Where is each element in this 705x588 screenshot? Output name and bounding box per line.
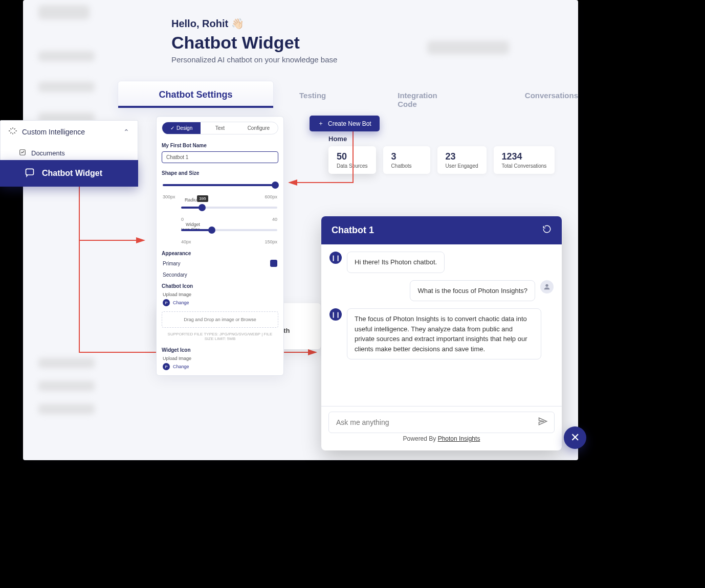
close-icon: ✕ bbox=[570, 431, 580, 444]
chatbot-window: Chatbot 1 ❙❙ Hi there! Its Photon chatbo… bbox=[321, 216, 562, 450]
send-icon[interactable] bbox=[538, 416, 548, 428]
create-new-bot-label: Create New Bot bbox=[328, 120, 371, 127]
radius-min: 0 bbox=[181, 217, 184, 222]
powered-by-prefix: Powered By bbox=[403, 435, 438, 442]
logo-dot-icon: P bbox=[163, 363, 170, 370]
settings-panel: ✓Design Text Configure My First Bot Name… bbox=[156, 116, 284, 376]
secondary-color-row[interactable]: Secondary bbox=[157, 269, 283, 280]
message-row: ❙❙ Hi there! Its Photon chatbot. bbox=[329, 252, 554, 273]
chat-input-area: Powered By Photon Insights bbox=[321, 406, 562, 450]
chevron-up-icon: ⌃ bbox=[123, 128, 129, 136]
powered-by-link[interactable]: Photon Insights bbox=[438, 435, 480, 442]
chat-header: Chatbot 1 bbox=[321, 216, 562, 244]
plus-icon: ＋ bbox=[318, 119, 324, 128]
close-chat-button[interactable]: ✕ bbox=[564, 426, 586, 449]
user-message: What is the focus of Photon Insights? bbox=[410, 280, 535, 302]
appearance-heading: Appearance bbox=[157, 247, 283, 257]
radius-slider[interactable]: Radius 395 bbox=[181, 202, 277, 214]
stat-label: Chatbots bbox=[391, 163, 422, 169]
message-row: What is the focus of Photon Insights? bbox=[329, 280, 554, 302]
icon-max: 150px bbox=[265, 239, 277, 244]
segment-text[interactable]: Text bbox=[201, 122, 239, 134]
bot-avatar-icon: ❙❙ bbox=[329, 308, 342, 321]
chat-icon bbox=[25, 167, 35, 179]
widget-icon-heading: Widget Icon bbox=[157, 344, 283, 354]
stat-card: 3 Chatbots bbox=[383, 146, 430, 174]
bot-message: The focus of Photon Insights is to conve… bbox=[347, 308, 541, 359]
chart-icon bbox=[19, 149, 26, 157]
nav-blur bbox=[38, 381, 95, 391]
secondary-color-label: Secondary bbox=[163, 272, 187, 278]
image-dropzone[interactable]: Drag and Drop an image or Browse bbox=[162, 311, 278, 328]
page-subtitle: Personalized AI chatbot on your knowledg… bbox=[171, 55, 337, 64]
chat-input[interactable] bbox=[335, 418, 538, 427]
width-slider[interactable] bbox=[163, 180, 277, 191]
icon-min: 40px bbox=[181, 239, 191, 244]
sidebar-section[interactable]: Custom Intelligence ⌃ bbox=[1, 121, 138, 143]
stat-value: 23 bbox=[446, 151, 478, 162]
stat-label: Total Conversations bbox=[502, 163, 547, 169]
bot-avatar-icon: ❙❙ bbox=[329, 252, 342, 264]
stat-value: 1234 bbox=[502, 151, 547, 162]
width-min: 300px bbox=[163, 194, 175, 199]
bot-name-label: My First Bot Name bbox=[157, 140, 283, 149]
stat-value: 50 bbox=[337, 151, 368, 162]
stat-card: 50 Data Sources bbox=[328, 146, 376, 174]
refresh-icon[interactable] bbox=[542, 224, 552, 236]
nav-blur bbox=[38, 358, 95, 368]
user-avatar-icon bbox=[540, 280, 554, 293]
sidebar-item-chatbot-widget[interactable]: Chatbot Widget bbox=[0, 160, 138, 187]
stat-label: Data Sources bbox=[337, 163, 368, 169]
message-row: ❙❙ The focus of Photon Insights is to co… bbox=[329, 308, 554, 359]
stat-card: 1234 Total Conversations bbox=[494, 146, 555, 174]
primary-color-row[interactable]: Primary bbox=[157, 257, 283, 269]
chat-footer: Powered By Photon Insights bbox=[328, 433, 555, 447]
change-button[interactable]: Change bbox=[173, 364, 189, 369]
header-blur bbox=[427, 41, 509, 54]
greeting-text: Hello, Rohit 👋🏻 bbox=[171, 17, 244, 30]
stat-label: User Engaged bbox=[446, 163, 478, 169]
segment-design[interactable]: ✓Design bbox=[162, 122, 201, 134]
radius-label: Radius bbox=[179, 197, 199, 202]
shape-size-heading: Shape and Size bbox=[157, 167, 283, 177]
segmented-control: ✓Design Text Configure bbox=[162, 122, 278, 134]
tab-chatbot-settings[interactable]: Chatbot Settings bbox=[118, 81, 274, 108]
segment-configure[interactable]: Configure bbox=[239, 122, 278, 134]
nav-blur bbox=[38, 82, 95, 92]
logo-dot-icon: P bbox=[163, 299, 170, 306]
bot-name-input[interactable]: Chatbot 1 bbox=[162, 151, 278, 163]
radius-max: 40 bbox=[272, 217, 277, 222]
sparkle-icon bbox=[9, 127, 17, 137]
stat-value: 3 bbox=[391, 151, 422, 162]
tab-conversations[interactable]: Conversations bbox=[525, 91, 578, 108]
slider-tooltip: 395 bbox=[197, 195, 208, 202]
chat-title: Chatbot 1 bbox=[332, 225, 374, 236]
page-title: Chatbot Widget bbox=[171, 33, 300, 53]
tab-label: Chatbot Settings bbox=[159, 89, 233, 100]
color-swatch[interactable] bbox=[270, 260, 277, 267]
file-hint: SUPPORTED FILE TYPES: JPG/PNG/SVG/WEBP |… bbox=[157, 331, 283, 344]
chatbot-icon-heading: Chatbot Icon bbox=[157, 280, 283, 290]
stat-card: 23 User Engaged bbox=[437, 146, 487, 174]
primary-color-label: Primary bbox=[163, 261, 180, 266]
icon-size-slider[interactable]: Widget Icon Size bbox=[181, 225, 277, 236]
bot-message: Hi there! Its Photon chatbot. bbox=[347, 252, 445, 273]
tab-integration[interactable]: Integration Code bbox=[398, 91, 453, 108]
sidebar-section-label: Custom Intelligence bbox=[22, 128, 85, 136]
change-button[interactable]: Change bbox=[173, 300, 189, 305]
chat-body: ❙❙ Hi there! Its Photon chatbot. What is… bbox=[321, 244, 562, 406]
svg-rect-1 bbox=[26, 169, 34, 175]
upload-label: Upload Image bbox=[157, 354, 283, 361]
nav-blur bbox=[38, 404, 95, 414]
svg-point-2 bbox=[545, 284, 548, 286]
sidebar-item-label: Documents bbox=[31, 149, 65, 157]
create-new-bot-button[interactable]: ＋ Create New Bot bbox=[310, 116, 380, 131]
tab-testing[interactable]: Testing bbox=[299, 91, 326, 108]
stats-row: 50 Data Sources 3 Chatbots 23 User Engag… bbox=[328, 146, 555, 174]
upload-label: Upload Image bbox=[157, 290, 283, 297]
logo-blur bbox=[38, 5, 90, 19]
nav-blur bbox=[38, 51, 95, 61]
width-max: 600px bbox=[265, 194, 277, 199]
home-heading: Home bbox=[328, 135, 347, 143]
sidebar-item-label: Chatbot Widget bbox=[42, 169, 102, 178]
